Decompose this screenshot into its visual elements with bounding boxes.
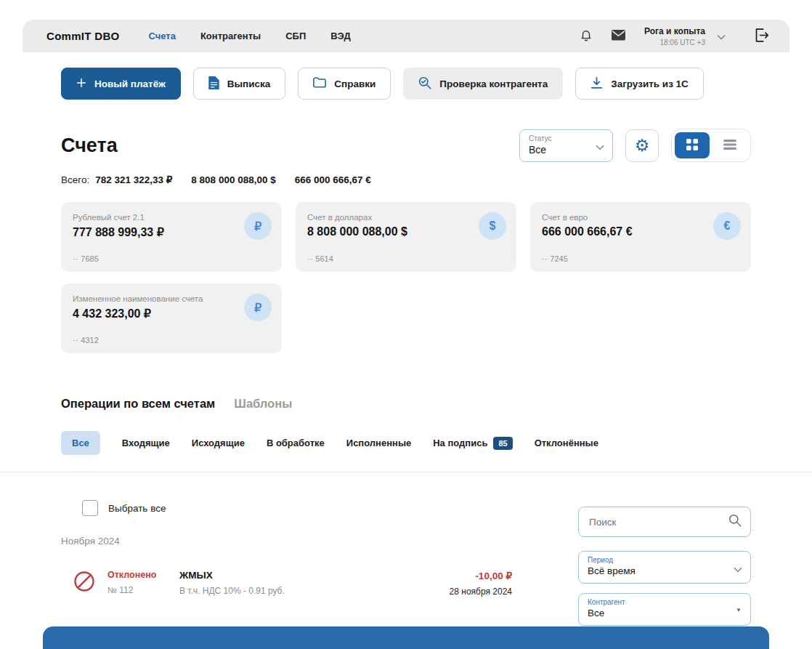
certificates-button[interactable]: Справки bbox=[298, 68, 391, 100]
operations-filters-panel: Период Всё время Контрагент Все ▼ bbox=[578, 472, 751, 626]
nav-item-counterparties[interactable]: Контрагенты bbox=[200, 31, 261, 41]
period-select-value: Всё время bbox=[588, 565, 742, 576]
chevron-down-icon bbox=[717, 30, 726, 43]
tab-executed[interactable]: Исполненные bbox=[346, 438, 411, 448]
counterparty-select[interactable]: Контрагент Все ▼ bbox=[578, 593, 751, 626]
list-view-button[interactable] bbox=[712, 132, 747, 158]
select-all-checkbox[interactable] bbox=[82, 500, 98, 516]
total-rub: 782 321 322,33 ₽ bbox=[95, 174, 172, 185]
mail-icon bbox=[612, 30, 625, 43]
counterparty-select-label: Контрагент bbox=[588, 598, 742, 606]
account-card[interactable]: Счет в евро 666 000 666,67 € ·· 7245 € bbox=[530, 202, 751, 272]
company-switcher[interactable]: Рога и копыта 18:06 UTC +3 bbox=[644, 26, 726, 47]
main-content: Счета Статус Все ⚙ bbox=[0, 129, 812, 455]
grid-view-button[interactable] bbox=[675, 132, 710, 158]
transaction-details: В т.ч. НДС 10% - 0.91 руб. bbox=[179, 586, 450, 596]
logout-button[interactable] bbox=[755, 28, 769, 44]
load-from-1c-button[interactable]: Загрузить из 1С bbox=[575, 68, 704, 100]
status-select-value: Все bbox=[529, 144, 604, 156]
tab-outgoing[interactable]: Исходящие bbox=[192, 438, 245, 448]
tab-to-sign-label: На подпись bbox=[433, 438, 487, 448]
company-name: Рога и копыта bbox=[644, 26, 705, 36]
search-icon bbox=[728, 514, 742, 530]
transaction-row[interactable]: Отклонено № 112 ЖМЫХ В т.ч. НДС 10% - 0.… bbox=[73, 570, 512, 597]
operation-filter-tabs: Все Входящие Исходящие В обработке Испол… bbox=[61, 431, 751, 455]
search-check-icon bbox=[418, 76, 431, 92]
tab-processing[interactable]: В обработке bbox=[267, 438, 325, 448]
messages-button[interactable] bbox=[612, 30, 625, 43]
nav-item-ved[interactable]: ВЭД bbox=[330, 31, 351, 41]
download-icon bbox=[590, 76, 603, 92]
euro-currency-icon: € bbox=[713, 212, 741, 240]
account-name: Измененное наименование счета bbox=[73, 294, 270, 303]
transaction-title: ЖМЫХ bbox=[179, 570, 450, 581]
dropdown-triangle-icon: ▼ bbox=[736, 606, 742, 613]
page-title: Счета bbox=[61, 134, 118, 157]
counterparty-check-label: Проверка контрагента bbox=[439, 78, 548, 89]
tab-templates[interactable]: Шаблоны bbox=[234, 397, 292, 411]
total-usd: 8 808 000 088,00 $ bbox=[191, 174, 275, 185]
account-last-digits: 7685 bbox=[81, 254, 98, 263]
select-all-label: Выбрать все bbox=[108, 503, 166, 514]
ruble-currency-icon: ₽ bbox=[244, 294, 272, 321]
certificates-label: Справки bbox=[334, 78, 375, 89]
tab-rejected[interactable]: Отклонённые bbox=[535, 438, 598, 448]
statement-button[interactable]: Выписка bbox=[193, 68, 286, 100]
tab-all-operations[interactable]: Операции по всем счетам bbox=[61, 397, 215, 411]
tab-incoming[interactable]: Входящие bbox=[122, 438, 170, 448]
mask-dots: ·· bbox=[73, 336, 78, 344]
plus-icon bbox=[76, 78, 86, 90]
nav-item-sbp[interactable]: СБП bbox=[285, 31, 306, 41]
account-card[interactable]: Рублевый счет 2.1 777 888 999,33 ₽ ·· 76… bbox=[61, 202, 282, 272]
account-cards: Рублевый счет 2.1 777 888 999,33 ₽ ·· 76… bbox=[61, 202, 751, 353]
select-all-row: Выбрать все bbox=[82, 500, 512, 516]
totals-label: Всего: bbox=[61, 174, 89, 185]
counterparty-select-value: Все bbox=[588, 608, 742, 618]
quick-actions: Новый платёж Выписка Справки Проверка ко… bbox=[0, 52, 812, 100]
main-nav: Счета Контрагенты СБП ВЭД bbox=[149, 31, 351, 41]
chevron-down-icon bbox=[734, 562, 742, 575]
totals-row: Всего: 782 321 322,33 ₽ 8 808 000 088,00… bbox=[61, 174, 751, 185]
nav-item-accounts[interactable]: Счета bbox=[149, 31, 176, 41]
transaction-status: Отклонено bbox=[107, 570, 170, 580]
transaction-amount: -10,00 ₽ bbox=[450, 570, 512, 581]
bottom-action-bar[interactable] bbox=[43, 626, 769, 649]
search-input[interactable] bbox=[579, 507, 750, 536]
account-card[interactable]: Измененное наименование счета 4 432 323,… bbox=[61, 283, 282, 353]
list-icon bbox=[723, 140, 736, 152]
account-last-digits: 5614 bbox=[315, 254, 333, 263]
topbar: CommIT DBO Счета Контрагенты СБП ВЭД bbox=[23, 20, 789, 52]
total-eur: 666 000 666,67 € bbox=[295, 174, 371, 185]
settings-button[interactable]: ⚙ bbox=[625, 129, 659, 162]
new-payment-label: Новый платёж bbox=[94, 78, 166, 89]
ruble-currency-icon: ₽ bbox=[244, 212, 272, 240]
gear-icon: ⚙ bbox=[635, 137, 650, 154]
new-payment-button[interactable]: Новый платёж bbox=[61, 68, 181, 100]
account-number-masked: ·· 7245 bbox=[542, 254, 568, 263]
account-name: Счет в долларах bbox=[307, 213, 505, 222]
view-toggle bbox=[671, 129, 751, 162]
period-select[interactable]: Период Всё время bbox=[578, 551, 751, 584]
notifications-button[interactable] bbox=[580, 28, 593, 44]
account-amount: 4 432 323,00 ₽ bbox=[73, 307, 270, 321]
document-icon bbox=[208, 76, 219, 92]
bell-icon bbox=[580, 28, 593, 44]
load-from-1c-label: Загрузить из 1С bbox=[611, 78, 689, 89]
period-select-label: Период bbox=[588, 556, 742, 564]
counterparty-check-button[interactable]: Проверка контрагента bbox=[403, 68, 563, 100]
tab-to-sign[interactable]: На подпись 85 bbox=[433, 437, 512, 450]
brand-logo: CommIT DBO bbox=[46, 30, 120, 42]
account-amount: 8 808 000 088,00 $ bbox=[307, 225, 505, 238]
dollar-currency-icon: $ bbox=[479, 212, 506, 240]
account-number-masked: ·· 7685 bbox=[73, 254, 99, 263]
search-box bbox=[578, 507, 751, 537]
tab-all[interactable]: Все bbox=[61, 431, 100, 455]
rejected-icon bbox=[73, 570, 96, 596]
status-select[interactable]: Статус Все bbox=[519, 129, 613, 162]
account-last-digits: 4312 bbox=[81, 336, 98, 344]
folder-icon bbox=[313, 77, 326, 90]
statement-label: Выписка bbox=[227, 78, 271, 89]
account-card[interactable]: Счет в долларах 8 808 000 088,00 $ ·· 56… bbox=[296, 202, 516, 272]
mask-dots: ·· bbox=[307, 254, 312, 263]
to-sign-count-badge: 85 bbox=[493, 437, 512, 450]
